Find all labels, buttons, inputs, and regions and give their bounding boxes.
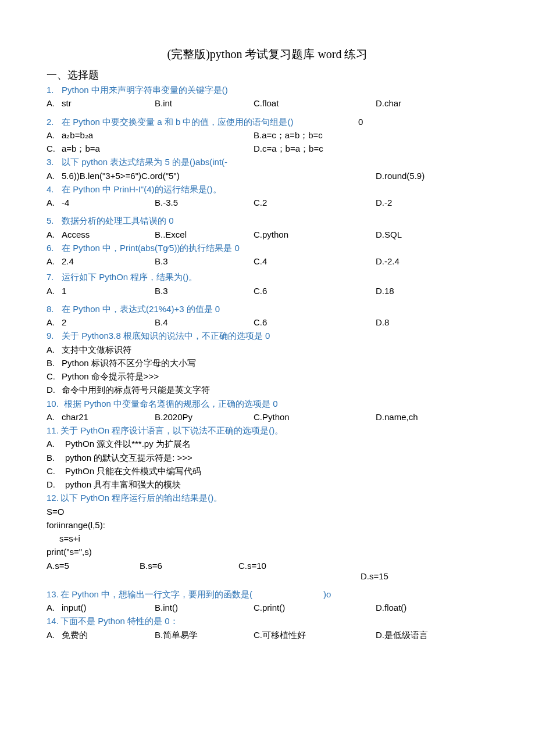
q4-a-label: A. <box>47 196 62 209</box>
q12-text: 以下 PythOn 程序运行后的输出结果是()。 <box>60 491 488 504</box>
q6-opt-c: C.4 <box>254 255 376 268</box>
q6-opt-b: B.3 <box>155 255 254 268</box>
q5-num: 5. <box>47 214 62 227</box>
q12-options: A.s=5 B.s=6 C.s=10 D.s=15 <box>47 559 488 583</box>
q2-opt-c: a=b；b=a <box>62 142 254 155</box>
q12-code-line2: foriinrange(l,5): <box>47 518 488 532</box>
q2-c-label: C. <box>47 142 62 155</box>
q3-num: 3. <box>47 155 62 169</box>
q7-a-label: A. <box>47 284 62 298</box>
q7-options: A. 1 B.3 C.6 D.18 <box>47 284 488 298</box>
q12-opt-c: C.s=10 <box>238 559 361 583</box>
q1-options: A. str B.int C.float D.char <box>47 96 488 110</box>
question-5: 5. 数据分析的处理工具错误的 0 <box>47 214 488 227</box>
question-12: 12. 以下 PythOn 程序运行后的输出结果是()。 <box>47 491 488 504</box>
q11-opt-d: D.python 具有丰富和强大的模块 <box>47 478 488 491</box>
q6-num: 6. <box>47 241 62 255</box>
q14-opt-d: D.是低级语言 <box>376 628 488 642</box>
question-10: 10. 根据 Python 中变量命名遵循的规那么，正确的选项是 0 <box>47 397 488 410</box>
q10-opt-d: D.name,ch <box>376 410 488 424</box>
q9-opt-b: B.Python 标识符不区分字母的大小写 <box>47 356 488 370</box>
q4-opt-a: -4 <box>62 196 155 209</box>
q14-opt-c: C.可移植性好 <box>254 628 376 642</box>
q10-num: 10. <box>47 397 64 410</box>
q2-num: 2. <box>47 115 62 128</box>
q13-text: 在 Python 中，想输出一行文字，要用到的函数是( <box>60 587 288 601</box>
q3-line2: A. 5.6))B.len("3+5>=6")C.ord("5") D.roun… <box>47 169 488 182</box>
document-page: (完整版)python 考试复习题库 word 练习 一、选择题 1. Pyth… <box>0 0 535 676</box>
q2-row1: A. a₂b=b₂a B.a=c；a=b；b=c <box>47 128 488 142</box>
q2-opt-d: D.c=a；b=a；b=c <box>254 142 488 155</box>
q1-opt-d: D.char <box>376 96 488 110</box>
q2-tail: 0 <box>358 115 363 128</box>
q8-opt-a: 2 <box>62 316 155 329</box>
q11-opt-b: B.python 的默认交互提示符是: >>> <box>47 451 488 464</box>
q9-text: 关于 Python3.8 根底知识的说法中，不正确的选项是 0 <box>62 329 488 342</box>
q8-a-label: A. <box>47 316 62 329</box>
question-3: 3. 以下 python 表达式结果为 5 的是()abs(int(- <box>47 155 488 169</box>
question-4: 4. 在 Python 中 PrinH-I"(4)的运行结果是()。 <box>47 182 488 196</box>
q13-opt-a: input() <box>62 601 155 614</box>
q7-opt-b: B.3 <box>155 284 254 298</box>
q13-tail: )o <box>323 587 331 601</box>
q1-opt-a: str <box>62 96 155 110</box>
question-8: 8. 在 Python 中，表达式(21%4)+3 的值是 0 <box>47 302 488 316</box>
q14-text: 下面不是 Python 特性的是 0： <box>60 614 488 628</box>
q11-text: 关于 PythOn 程序设计语言，以下说法不正确的选项是()。 <box>60 424 488 437</box>
q13-options: A. input() B.int() C.print() D.float() <box>47 601 488 614</box>
q3-a-label: A. <box>47 169 62 182</box>
q9-opt-a: A.支持中文做标识符 <box>47 343 488 356</box>
q13-opt-c: C.print() <box>254 601 376 614</box>
q12-code-line4: print("s=",s) <box>47 545 488 558</box>
q7-text: 运行如下 PythOn 程序，结果为()。 <box>62 270 488 284</box>
q2-a-label: A. <box>47 128 62 142</box>
q8-opt-d: D.8 <box>376 316 488 329</box>
q6-opt-a: 2.4 <box>62 255 155 268</box>
q2-row2: C. a=b；b=a D.c=a；b=a；b=c <box>47 142 488 155</box>
q4-opt-d: D.-2 <box>376 196 488 209</box>
q5-opt-b: B..Excel <box>155 228 254 241</box>
q4-options: A. -4 B.-3.5 C.2 D.-2 <box>47 196 488 209</box>
q7-num: 7. <box>47 270 62 284</box>
q11-opt-a: A.PythOn 源文件以***.py 为扩展名 <box>47 437 488 450</box>
question-13: 13. 在 Python 中，想输出一行文字，要用到的函数是( )o <box>47 587 488 601</box>
q12-opt-a: A.s=5 <box>47 559 140 583</box>
q3-abc: 5.6))B.len("3+5>=6")C.ord("5") <box>62 169 376 182</box>
q7-opt-a: 1 <box>62 284 155 298</box>
q1-opt-b: B.int <box>155 96 254 110</box>
q10-a-label: A. <box>47 410 62 424</box>
q3-text: 以下 python 表达式结果为 5 的是()abs(int(- <box>62 155 488 169</box>
q1-opt-a-label: A. <box>47 96 62 110</box>
q8-text: 在 Python 中，表达式(21%4)+3 的值是 0 <box>62 302 488 316</box>
q3-opt-d: D.round(5.9) <box>376 169 425 182</box>
q10-opt-c: C.Python <box>254 410 376 424</box>
section-heading: 一、选择题 <box>47 68 488 82</box>
q2-opt-a: a₂b=b₂a <box>62 128 254 142</box>
page-title: (完整版)python 考试复习题库 word 练习 <box>47 46 488 62</box>
q6-text: 在 Python 中，Print(abs(Tg∕5))的执行结果是 0 <box>62 241 488 255</box>
q9-opt-c: C.Python 命令提示符是>>> <box>47 370 488 383</box>
q8-num: 8. <box>47 302 62 316</box>
q12-code-line1: S=O <box>47 505 488 518</box>
q14-opt-b: B.简单易学 <box>155 628 254 642</box>
q7-opt-c: C.6 <box>254 284 376 298</box>
q5-opt-d: D.SQL <box>376 228 488 241</box>
question-9: 9. 关于 Python3.8 根底知识的说法中，不正确的选项是 0 <box>47 329 488 342</box>
q10-options: A. char21 B.2020Py C.Python D.name,ch <box>47 410 488 424</box>
q4-opt-c: C.2 <box>254 196 376 209</box>
q11-opt-c: C.PythOn 只能在文件模式中编写代码 <box>47 464 488 478</box>
q14-options: A. 免费的 B.简单易学 C.可移植性好 D.是低级语言 <box>47 628 488 642</box>
q5-opt-a: Access <box>62 228 155 241</box>
q12-code-line3: s=s+i <box>47 532 488 545</box>
q5-opt-c: C.python <box>254 228 376 241</box>
q2-text: 在 Python 中要交换变量 a 和 b 中的值，应使用的语句组是() <box>62 115 335 128</box>
question-7: 7. 运行如下 PythOn 程序，结果为()。 <box>47 270 488 284</box>
q4-opt-b: B.-3.5 <box>155 196 254 209</box>
q9-opt-d: D.命令中用到的标点符号只能是英文字符 <box>47 383 488 396</box>
question-1: 1. Python 中用来声明字符串变量的关键字是() <box>47 83 488 96</box>
q14-opt-a: 免费的 <box>62 628 155 642</box>
q6-options: A. 2.4 B.3 C.4 D.-2.4 <box>47 255 488 268</box>
q1-num: 1. <box>47 83 62 96</box>
q12-opt-d: D.s=15 <box>361 559 488 583</box>
q9-num: 9. <box>47 329 62 342</box>
